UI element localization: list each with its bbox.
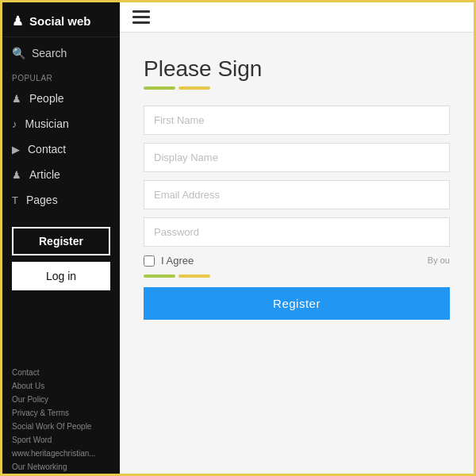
agree-label: I Agree	[161, 255, 194, 267]
search-item[interactable]: 🔍 Search	[2, 37, 120, 69]
nav-item-people[interactable]: ♟ People	[2, 86, 120, 111]
nav-item-pages[interactable]: T Pages	[2, 187, 120, 213]
password-input[interactable]	[144, 217, 450, 247]
footer-link-social-work[interactable]: Social Work Of People	[12, 420, 110, 433]
first-name-input[interactable]	[144, 106, 450, 135]
footer-link-url[interactable]: www.heritagechristian...	[12, 447, 110, 460]
topbar	[120, 2, 474, 33]
email-input[interactable]	[144, 180, 450, 209]
logo-icon: ♟	[12, 13, 23, 29]
search-icon: 🔍	[12, 47, 25, 60]
people-icon: ♟	[12, 93, 21, 105]
footer-link-sport[interactable]: Sport Word	[12, 433, 110, 447]
article-icon: ♟	[12, 169, 21, 181]
registration-form-area: Please Sign I Agree By ou Register	[120, 33, 474, 474]
accent-bar-yellow-bottom	[178, 274, 210, 278]
sidebar-footer: Contact About Us Our Policy Privacy & Te…	[2, 359, 120, 476]
accent-bar-green-bottom	[144, 274, 175, 278]
search-label: Search	[32, 47, 67, 60]
form-accent-bar-top	[144, 86, 450, 90]
sidebar-auth-buttons: Register Log in	[12, 227, 110, 290]
sidebar: ♟ Social web 🔍 Search POPULAR ♟ People ♪…	[2, 2, 120, 476]
footer-link-about[interactable]: About Us	[12, 379, 110, 393]
hamburger-line-1	[132, 10, 150, 13]
footer-link-contact[interactable]: Contact	[12, 366, 110, 379]
by-text: By ou	[428, 255, 450, 266]
nav-label-contact: Contact	[28, 143, 66, 155]
nav-label-musician: Musician	[25, 117, 69, 130]
hamburger-line-2	[132, 16, 150, 18]
accent-bar-yellow	[178, 86, 210, 90]
main-content: Please Sign I Agree By ou Register	[120, 2, 474, 474]
nav-item-contact[interactable]: ▶ Contact	[2, 136, 120, 162]
footer-link-policy[interactable]: Our Policy	[12, 393, 110, 406]
sidebar-logo[interactable]: ♟ Social web	[2, 2, 120, 37]
accent-bar-green	[144, 86, 175, 90]
nav-item-article[interactable]: ♟ Article	[2, 162, 120, 187]
sidebar-login-button[interactable]: Log in	[12, 262, 110, 290]
footer-link-privacy[interactable]: Privacy & Terms	[12, 406, 110, 420]
register-main-button[interactable]: Register	[144, 287, 450, 320]
musician-icon: ♪	[12, 118, 17, 130]
nav-label-people: People	[29, 92, 64, 105]
form-accent-bar-bottom	[144, 274, 450, 278]
popular-label: POPULAR	[2, 69, 120, 86]
pages-icon: T	[12, 194, 18, 206]
footer-link-networking[interactable]: Our Networking	[12, 460, 110, 474]
hamburger-menu-button[interactable]	[132, 10, 150, 24]
nav-item-musician[interactable]: ♪ Musician	[2, 111, 120, 136]
sidebar-logo-text: Social web	[29, 14, 91, 28]
contact-icon: ▶	[12, 144, 20, 155]
display-name-input[interactable]	[144, 143, 450, 172]
sidebar-register-button[interactable]: Register	[12, 227, 110, 255]
form-title: Please Sign	[144, 56, 450, 82]
agree-row: I Agree By ou	[144, 255, 450, 267]
nav-label-pages: Pages	[26, 194, 58, 206]
hamburger-line-3	[132, 21, 150, 24]
nav-label-article: Article	[29, 168, 60, 181]
agree-checkbox[interactable]	[144, 255, 155, 267]
